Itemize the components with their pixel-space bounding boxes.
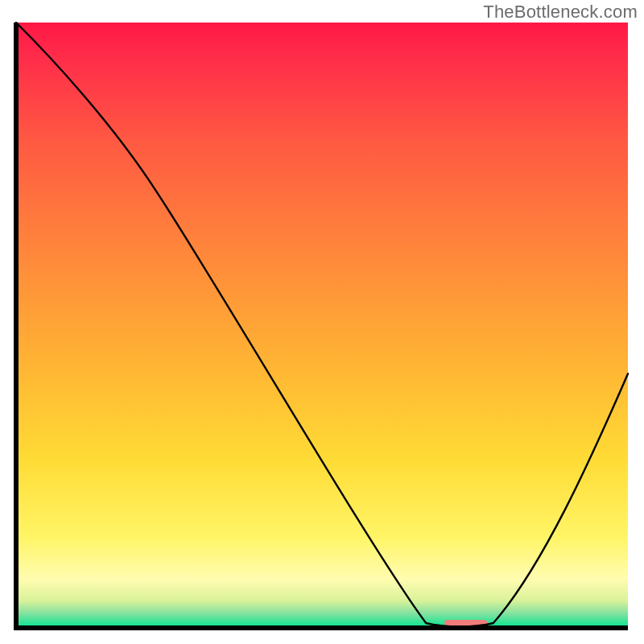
gradient-background <box>16 23 628 628</box>
bottleneck-chart-svg <box>0 0 644 644</box>
watermark-text: TheBottleneck.com <box>483 2 638 23</box>
plot-area <box>16 23 628 628</box>
chart-container: TheBottleneck.com <box>0 0 644 644</box>
